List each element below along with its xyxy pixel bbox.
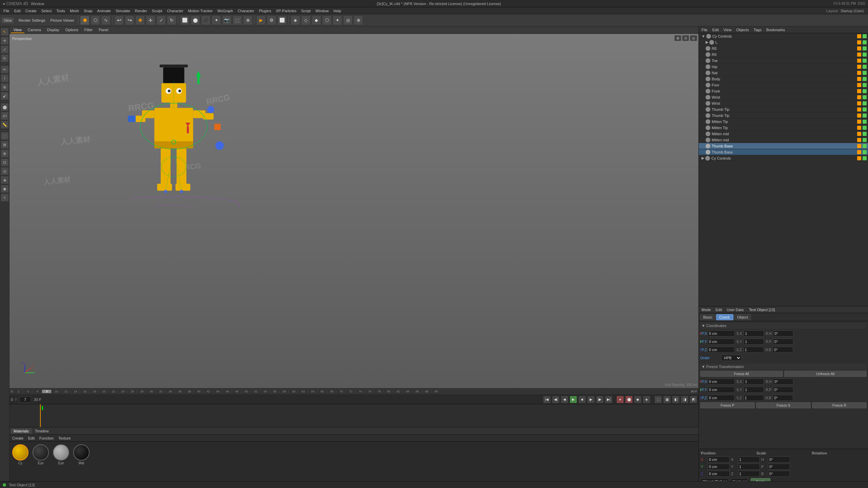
object-vis-green[interactable]: [863, 40, 867, 44]
menu-snap[interactable]: Snap: [82, 8, 95, 14]
object-item-RE[interactable]: RE: [699, 45, 868, 52]
freeze-pz-value[interactable]: [708, 395, 735, 401]
tool-measure[interactable]: 📏: [1, 121, 9, 129]
object-item-MittenMid2[interactable]: Mitten mid: [699, 137, 868, 143]
object-item-MittenMid1[interactable]: Mitten mid: [699, 131, 868, 137]
object-item-L[interactable]: ▶ L: [699, 39, 868, 45]
window-menu[interactable]: Window: [31, 2, 44, 6]
menu-file[interactable]: File: [1, 8, 12, 14]
object-vis-orange[interactable]: [857, 46, 861, 50]
viewport-btn-1[interactable]: ⊞: [674, 35, 681, 41]
timeline-extra-5[interactable]: ◩: [690, 396, 697, 403]
px-value[interactable]: [708, 330, 735, 337]
object-item-MittenTip2[interactable]: Mitten Tip: [699, 125, 868, 131]
toolbar-texture-mode[interactable]: ⬡: [91, 16, 100, 25]
object-vis-orange[interactable]: [857, 150, 861, 154]
object-vis-green[interactable]: [863, 120, 867, 124]
timeline-go-start[interactable]: |◀: [543, 396, 551, 403]
menu-mesh[interactable]: Mesh: [68, 8, 81, 14]
object-item-Nat[interactable]: Nat: [699, 70, 868, 76]
tool-extra-b[interactable]: ◈: [1, 176, 9, 184]
py-value[interactable]: [708, 339, 735, 345]
timeline-next-frame[interactable]: ▶: [587, 396, 595, 403]
freeze-sy-value[interactable]: [744, 387, 764, 393]
materials-create[interactable]: Create: [11, 435, 25, 441]
toolbar-move[interactable]: ✛: [146, 16, 155, 25]
timeline-extra-1[interactable]: ⬚: [654, 396, 662, 403]
object-vis-green[interactable]: [863, 59, 867, 63]
object-vis-green[interactable]: [863, 34, 867, 38]
h-input[interactable]: [768, 456, 790, 463]
menu-xp[interactable]: XP-Particles: [274, 8, 299, 14]
rh-value[interactable]: [773, 330, 793, 337]
toolbar-tab-picture-viewer[interactable]: Picture Viewer: [48, 17, 77, 23]
am-mode[interactable]: Mode: [700, 307, 712, 312]
tool-scale2[interactable]: ⤢: [1, 45, 9, 54]
sx-value[interactable]: [744, 330, 764, 337]
tool-grid[interactable]: ⊞: [1, 141, 9, 149]
menu-motion-tracker[interactable]: Motion Tracker: [186, 8, 215, 14]
object-vis-orange[interactable]: [857, 101, 861, 105]
object-item-MittenTip1[interactable]: Mitten Tip: [699, 119, 868, 125]
viewport-tab-panel[interactable]: Panel: [96, 27, 111, 33]
toolbar-redo[interactable]: ↪: [125, 16, 134, 25]
object-item-ThumbTip1[interactable]: Thumb Tip: [699, 106, 868, 113]
toolbar-tab-render-settings[interactable]: Render Settings: [17, 17, 47, 23]
freeze-all-button[interactable]: Freeze All: [700, 371, 783, 377]
tool-snap2[interactable]: ⊡: [1, 158, 9, 166]
menu-plugins[interactable]: Plugins: [257, 8, 273, 14]
material-eye2[interactable]: Eye: [53, 444, 69, 465]
object-vis-green[interactable]: [863, 83, 867, 87]
object-vis-orange[interactable]: [857, 77, 861, 81]
timeline-key-all[interactable]: ◆: [634, 396, 642, 403]
layout-current[interactable]: Startup (User): [841, 9, 864, 13]
object-vis-green[interactable]: [863, 114, 867, 118]
timeline-auto-key[interactable]: ⬤: [625, 396, 633, 403]
viewport-tab-camera[interactable]: Camera: [25, 27, 44, 33]
object-vis-orange[interactable]: [857, 132, 861, 136]
toolbar-render-settings-btn[interactable]: ⚙: [267, 16, 276, 25]
tool-extra-c[interactable]: ◉: [1, 185, 9, 193]
object-vis-orange[interactable]: [857, 126, 861, 130]
om-view[interactable]: View: [722, 27, 733, 33]
material-eye1[interactable]: Eye: [33, 444, 49, 465]
freeze-sx-value[interactable]: [744, 379, 764, 385]
tool-extra-a[interactable]: ◎: [1, 167, 9, 175]
tool-select[interactable]: ↖: [1, 28, 9, 36]
materials-edit[interactable]: Edit: [27, 435, 36, 441]
viewport-tab-display[interactable]: Display: [44, 27, 62, 33]
object-item-ThumbBase2[interactable]: Thumb Base: [699, 149, 868, 155]
rb-value[interactable]: [773, 347, 793, 353]
object-vis-orange[interactable]: [857, 144, 861, 148]
freeze-r-button[interactable]: Freeze R: [812, 402, 867, 408]
object-vis-orange[interactable]: [857, 40, 861, 44]
menu-help[interactable]: Help: [331, 8, 343, 14]
object-item-cy-controls-end[interactable]: ▶ Cy Controls: [699, 155, 868, 161]
menu-window[interactable]: Window: [313, 8, 331, 14]
am-edit[interactable]: Edit: [714, 307, 724, 312]
object-vis-orange[interactable]: [857, 120, 861, 124]
menu-simulate[interactable]: Simulate: [114, 8, 132, 14]
tool-magnet[interactable]: ⊛: [1, 83, 9, 91]
object-item-ThumbBase1[interactable]: Thumb Base: [699, 143, 868, 149]
om-bookmarks[interactable]: Bookmarks: [765, 27, 786, 33]
toolbar-tab-view[interactable]: View: [1, 17, 14, 24]
object-vis-orange[interactable]: [857, 59, 861, 63]
menu-animate[interactable]: Animate: [95, 8, 113, 14]
object-vis-green[interactable]: [863, 101, 867, 105]
timeline-prev-keyframe[interactable]: ◀|: [552, 396, 559, 403]
object-item-Toe[interactable]: Toe: [699, 58, 868, 64]
viewport-tab-filter[interactable]: Filter: [82, 27, 95, 33]
object-vis-orange[interactable]: [857, 95, 861, 99]
object-vis-green[interactable]: [863, 126, 867, 130]
timeline-next-keyframe[interactable]: |▶: [596, 396, 604, 403]
object-vis-green[interactable]: [863, 46, 867, 50]
toolbar-extra-6[interactable]: ◎: [343, 16, 353, 25]
menu-create[interactable]: Create: [23, 8, 39, 14]
tool-knife[interactable]: ⌇: [1, 74, 9, 82]
viewport[interactable]: Perspective 人人素材 RRCG 人人素材 RRCG RRCG 人人素…: [9, 34, 698, 388]
menu-render[interactable]: Render: [133, 8, 149, 14]
toolbar-model-mode[interactable]: ⬟: [80, 16, 90, 25]
timeline-extra-2[interactable]: ▦: [663, 396, 671, 403]
unfreeze-all-button[interactable]: Unfreeze All: [784, 371, 867, 377]
